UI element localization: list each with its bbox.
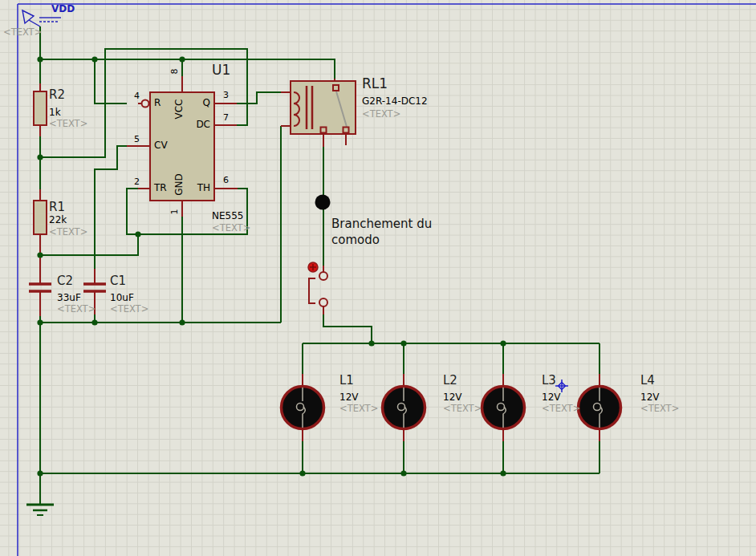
c1-value-label[interactable]: 10uF bbox=[110, 293, 134, 303]
l1-text-placeholder[interactable]: <TEXT> bbox=[339, 404, 378, 414]
cursor-crosshair-icon bbox=[555, 379, 568, 392]
pin4-inverted-bubble bbox=[142, 100, 149, 108]
u1-pin8-number: 8 bbox=[170, 69, 180, 75]
u1-pin2-number: 2 bbox=[128, 177, 140, 187]
power-text-placeholder[interactable]: <TEXT> bbox=[3, 27, 42, 38]
c1-text-placeholder[interactable]: <TEXT> bbox=[110, 304, 148, 315]
r1-ref-label[interactable]: R1 bbox=[49, 201, 65, 214]
u1-pin-vcc-label: VCC bbox=[174, 99, 185, 120]
switch-terminal-top bbox=[319, 272, 327, 280]
l4-text-placeholder[interactable]: <TEXT> bbox=[640, 404, 679, 414]
resistor-r1-body[interactable] bbox=[34, 201, 47, 234]
annotation-line2[interactable]: comodo bbox=[331, 233, 380, 247]
c2-text-placeholder[interactable]: <TEXT> bbox=[57, 304, 96, 315]
u1-pin3-number: 3 bbox=[223, 91, 229, 100]
c2-ref-label[interactable]: C2 bbox=[57, 274, 73, 288]
u1-ref-label[interactable]: U1 bbox=[212, 63, 230, 78]
lamp-l1[interactable] bbox=[282, 387, 324, 429]
u1-text-placeholder[interactable]: <TEXT> bbox=[212, 223, 250, 233]
u1-pin-dc-label: DC bbox=[182, 120, 210, 130]
l1-value-label[interactable]: 12V bbox=[339, 392, 358, 403]
rl1-ref-label[interactable]: RL1 bbox=[362, 76, 388, 91]
u1-pin7-number: 7 bbox=[223, 113, 229, 123]
lamp-l2[interactable] bbox=[383, 387, 425, 429]
l3-ref-label[interactable]: L3 bbox=[542, 374, 556, 388]
switch-toggle-marker[interactable] bbox=[308, 262, 318, 272]
ground-icon[interactable] bbox=[26, 505, 54, 515]
u1-pin6-number: 6 bbox=[223, 176, 229, 185]
r1-text-placeholder[interactable]: <TEXT> bbox=[49, 227, 87, 237]
l2-text-placeholder[interactable]: <TEXT> bbox=[443, 404, 482, 414]
wire-switch-bus bbox=[323, 315, 372, 343]
l3-value-label[interactable]: 12V bbox=[542, 392, 560, 403]
u1-pin-gnd-label: GND bbox=[174, 173, 185, 196]
l4-ref-label[interactable]: L4 bbox=[640, 374, 655, 388]
push-button-switch[interactable] bbox=[308, 262, 327, 306]
capacitor-c2-body[interactable] bbox=[29, 284, 51, 291]
l4-value-label[interactable]: 12V bbox=[640, 392, 659, 403]
schematic-canvas[interactable]: VDD <TEXT> R2 1k <TEXT> R1 22k <TEXT> C2… bbox=[0, 0, 756, 556]
annotation-line1[interactable]: Branchement du bbox=[331, 217, 432, 231]
u1-pin-q-label: Q bbox=[186, 98, 210, 108]
r2-text-placeholder[interactable]: <TEXT> bbox=[49, 119, 87, 129]
power-net-label[interactable]: VDD bbox=[51, 4, 75, 14]
wire-vdd-rail bbox=[40, 59, 335, 79]
wire-cv-c1 bbox=[95, 146, 127, 269]
u1-part-label[interactable]: NE555 bbox=[212, 211, 243, 221]
l1-ref-label[interactable]: L1 bbox=[339, 374, 354, 388]
l2-ref-label[interactable]: L2 bbox=[443, 374, 457, 388]
u1-pin-r-label: R bbox=[154, 98, 161, 108]
u1-pin1-number: 1 bbox=[170, 209, 180, 215]
wire-pin4-reset bbox=[95, 59, 127, 103]
rl1-part-label[interactable]: G2R-14-DC12 bbox=[362, 96, 428, 107]
r2-ref-label[interactable]: R2 bbox=[49, 88, 65, 102]
rl1-text-placeholder[interactable]: <TEXT> bbox=[362, 109, 400, 120]
capacitor-c1-body[interactable] bbox=[83, 284, 106, 291]
c1-ref-label[interactable]: C1 bbox=[110, 274, 126, 288]
u1-pin-th-label: TH bbox=[186, 183, 210, 193]
u1-pin5-number: 5 bbox=[128, 135, 140, 144]
junction-dots bbox=[37, 56, 506, 476]
u1-pin-cv-label: CV bbox=[154, 140, 168, 151]
u1-pin-tr-label: TR bbox=[154, 183, 167, 193]
relay-rl1[interactable] bbox=[291, 81, 356, 134]
c2-value-label[interactable]: 33uF bbox=[57, 293, 81, 303]
switch-actuator bbox=[309, 278, 315, 303]
node-marker-dot bbox=[315, 195, 331, 210]
l3-text-placeholder[interactable]: <TEXT> bbox=[542, 404, 580, 414]
r1-value-label[interactable]: 22k bbox=[49, 215, 67, 225]
l2-value-label[interactable]: 12V bbox=[443, 392, 461, 403]
resistor-r2-body[interactable] bbox=[34, 91, 47, 125]
lamp-l4[interactable] bbox=[579, 387, 621, 429]
r2-value-label[interactable]: 1k bbox=[49, 108, 61, 118]
lamp-l3[interactable] bbox=[482, 387, 525, 429]
wire-q-to-coil bbox=[237, 92, 281, 103]
switch-terminal-bottom bbox=[319, 298, 327, 306]
u1-pin4-number: 4 bbox=[128, 91, 140, 101]
